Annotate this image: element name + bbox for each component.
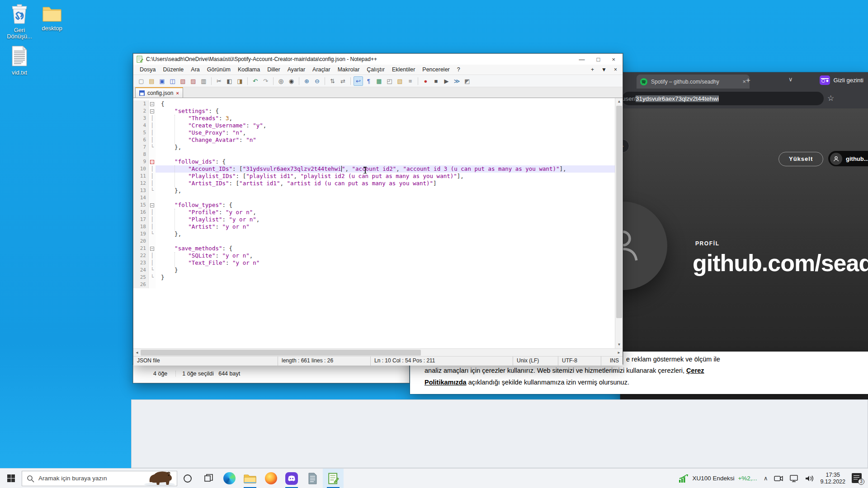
sync-horizontal-icon[interactable]: ⇄ [338,76,348,86]
start-button[interactable] [0,469,22,488]
close-all-icon[interactable]: ▨ [189,76,198,86]
menu-dzenle[interactable]: Düzenle [159,65,187,74]
task-view-button[interactable] [198,469,219,488]
scroll-down-icon[interactable]: ▼ [615,341,623,348]
print-icon[interactable]: ▥ [199,76,208,86]
fold-margin[interactable]: │ [149,216,156,223]
vertical-scroll-thumb[interactable] [616,106,622,318]
vertical-scrollbar[interactable]: ▲ ▼ [615,98,623,348]
new-tab-button[interactable]: + [742,76,754,85]
cookie-policy-link-end[interactable]: Politikamızda [425,379,467,386]
meet-now-icon[interactable] [774,475,783,482]
scroll-left-icon[interactable]: ◄ [133,349,141,357]
fold-margin[interactable]: └ [149,144,156,151]
menu-kodlama[interactable]: Kodlama [234,65,264,74]
horizontal-scrollbar[interactable]: ◄ ► [133,348,623,356]
browser-tab[interactable]: Spotify – github.com/seadhy × [637,75,750,89]
fold-margin[interactable]: │ [149,252,156,259]
fold-margin[interactable]: │ [149,209,156,216]
address-bar[interactable]: user/31ydsvulr6aex73qlzv2t44tehwi [622,92,824,105]
volume-icon[interactable] [805,475,814,482]
bookmark-star-icon[interactable]: ☆ [827,94,834,103]
save-file-icon[interactable]: ▣ [157,76,167,86]
zoom-in-icon[interactable]: ⊕ [302,76,311,86]
fold-margin[interactable]: − [149,158,156,165]
menubar-plus-icon[interactable]: + [591,66,594,73]
document-tab-config-json[interactable]: config.json × [135,87,183,98]
menu-grnm[interactable]: Görünüm [203,65,234,74]
menu-[interactable]: ? [453,65,464,74]
fold-margin[interactable]: │ [149,259,156,267]
taskbar-file-explorer[interactable] [240,469,260,488]
indent-guide-icon[interactable]: ▦ [374,76,384,86]
cookie-policy-link-start[interactable]: Çerez [686,367,704,374]
fold-margin[interactable]: └ [149,187,156,194]
menu-dosya[interactable]: Dosya [136,65,159,74]
clock[interactable]: 17:35 9.12.2022 [820,472,845,485]
menu-ara[interactable]: Ara [187,65,203,74]
menu-diller[interactable]: Diller [264,65,283,74]
taskbar-discord[interactable] [281,469,302,488]
show-symbols-icon[interactable]: ¶ [364,76,373,86]
fold-margin[interactable]: − [149,100,156,108]
close-file-icon[interactable]: ▧ [178,76,188,86]
macro-run-multiple-icon[interactable]: ≫ [452,76,462,86]
new-file-icon[interactable]: ▢ [137,76,146,86]
tab-dropdown-icon[interactable]: ∨ [788,76,793,83]
word-wrap-icon[interactable]: ↩ [354,76,363,86]
close-button[interactable]: × [612,56,615,63]
fold-margin[interactable] [149,194,156,202]
menubar-close-icon[interactable]: × [614,66,617,73]
menu-ayarlar[interactable]: Ayarlar [284,65,309,74]
taskbar-firefox[interactable] [260,469,281,488]
stock-ticker[interactable]: XU100 Endeksi +%2,... [679,474,757,483]
function-list-icon[interactable]: ≡ [406,76,415,86]
cortana-button[interactable] [177,469,198,488]
fold-margin[interactable] [149,238,156,245]
fold-margin[interactable]: − [149,245,156,252]
replace-icon[interactable]: ◉ [287,76,296,86]
fold-margin[interactable]: │ [149,136,156,144]
network-icon[interactable] [789,475,798,482]
macro-record-icon[interactable]: ● [421,76,430,86]
menu-makrolar[interactable]: Makrolar [334,65,363,74]
tray-overflow-icon[interactable]: ∧ [764,475,768,482]
action-center-button[interactable]: 3 [852,473,863,484]
taskbar-notepad-plus-plus[interactable] [323,469,344,488]
sync-vertical-icon[interactable]: ⇅ [328,76,337,86]
menu-aralar[interactable]: Araçlar [309,65,334,74]
desktop-icon-vid-txt[interactable]: vid.txt [3,45,36,76]
menu-altr[interactable]: Çalıştır [363,65,388,74]
menu-pencereler[interactable]: Pencereler [419,65,453,74]
macro-save-icon[interactable]: ◩ [462,76,472,86]
fold-margin[interactable]: └ [149,274,156,281]
fold-margin[interactable]: │ [149,223,156,230]
folder-workspace-icon[interactable]: ▧ [395,76,405,86]
account-chip[interactable]: github... [828,151,868,166]
fold-margin[interactable]: │ [149,180,156,187]
macro-play-icon[interactable]: ▶ [442,76,451,86]
document-tab-close-icon[interactable]: × [176,90,179,96]
fold-margin[interactable]: └ [149,230,156,238]
redo-icon[interactable]: ↷ [261,76,270,86]
horizontal-scroll-thumb[interactable] [141,350,421,356]
paste-icon[interactable]: ◨ [235,76,245,86]
macro-stop-icon[interactable]: ■ [431,76,441,86]
doc-map-icon[interactable]: ◰ [385,76,394,86]
fold-margin[interactable] [149,281,156,288]
fold-margin[interactable]: − [149,202,156,209]
fold-margin[interactable] [149,151,156,158]
scroll-up-icon[interactable]: ▲ [615,98,623,105]
fold-margin[interactable]: │ [149,129,156,136]
save-all-icon[interactable]: ◫ [168,76,177,86]
fold-margin[interactable]: │ [149,173,156,180]
fold-margin[interactable]: │ [149,122,156,129]
undo-icon[interactable]: ↶ [250,76,260,86]
fold-margin[interactable]: │ [149,115,156,122]
desktop-icon-recycle-bin[interactable]: Geri Dönüşü... [3,4,36,40]
upgrade-button[interactable]: Yükselt [778,152,823,166]
editor-area[interactable]: 1−{2− "settings": {3│ "Threads": 3,4│ "C… [133,98,623,348]
menu-eklentiler[interactable]: Eklentiler [388,65,419,74]
find-icon[interactable]: ◎ [276,76,286,86]
fold-margin[interactable]: │ [149,165,156,173]
